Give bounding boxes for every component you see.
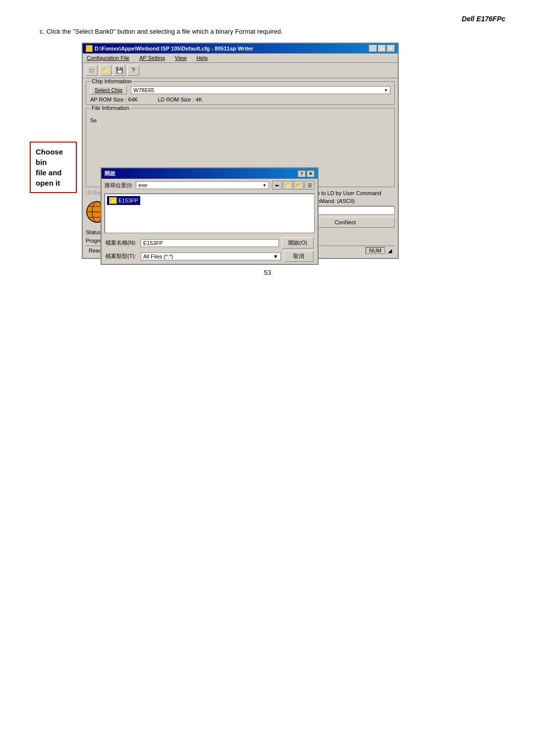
chip-info-group: Chip Information Select Chip W78E65 ▼ AP… <box>86 81 395 105</box>
select-chip-button[interactable]: Select Chip <box>90 86 127 95</box>
filename-label: 檔案名稱(N): <box>106 239 138 247</box>
file-item-label: E153FP <box>118 198 138 203</box>
filename-input[interactable] <box>141 239 279 247</box>
save-button[interactable]: 💾 <box>113 65 125 76</box>
location-dropdown-arrow: ▼ <box>263 183 267 188</box>
annotation-box: Choose bin file and open it <box>30 142 77 193</box>
file-info-label: File Information <box>90 105 131 111</box>
cancel-button[interactable]: 取消 <box>284 251 314 262</box>
window-body: Chip Information Select Chip W78E65 ▼ AP… <box>83 78 398 258</box>
window-controls: _ ▭ ✕ <box>369 45 395 52</box>
nav-folder-button[interactable]: 📁 <box>283 181 293 190</box>
chip-dropdown-arrow: ▼ <box>384 88 388 93</box>
annotation-line2: file and <box>36 168 62 177</box>
statusbar-right: NUM ◢ <box>366 247 392 254</box>
dialog-toolbar: 搜尋位置(I): exe ▼ ⬅ 📁 📂 ☰ <box>102 179 318 192</box>
chip-rom-info: AP ROM Size : 64K LD ROM Size : 4K <box>90 97 390 102</box>
open-button[interactable]: 📁 <box>100 65 111 76</box>
chip-info-label: Chip Information <box>90 78 133 84</box>
annotation-line1: Choose bin <box>36 148 63 166</box>
window-title: D:\Foniex\Appe\Winbond ISP 105\Default.c… <box>95 46 253 51</box>
window-titlebar: D:\Foniex\Appe\Winbond ISP 105\Default.c… <box>83 44 398 53</box>
menu-view[interactable]: View <box>173 54 189 61</box>
ld-rom-size: LD ROM Size : 4K <box>158 97 202 102</box>
filetype-row: 檔案類型(T): All Files (*.*) ▼ 取消 <box>106 251 314 262</box>
dialog-title: 開啟 <box>105 170 115 177</box>
file-dialog: 開啟 ? ✕ 搜尋位置(I): exe ▼ <box>101 167 319 265</box>
location-bar[interactable]: exe ▼ <box>136 181 269 189</box>
main-window: D:\Foniex\Appe\Winbond ISP 105\Default.c… <box>82 43 399 259</box>
instruction-text: c. Click the "Select Bank0" button and s… <box>40 28 535 35</box>
app-icon <box>86 45 93 52</box>
open-file-button[interactable]: 開啟(O) <box>282 237 314 249</box>
toolbar: □ 📁 💾 ? <box>83 63 398 78</box>
nav-new-folder-button[interactable]: 📂 <box>294 181 304 190</box>
chip-dropdown[interactable]: W78E65 ▼ <box>131 86 390 94</box>
menu-configuration[interactable]: Configuration File <box>85 54 131 61</box>
dialog-bottom: 檔案名稱(N): 開啟(O) 檔案類型(T): All Files (*.*) … <box>102 235 318 264</box>
help-button[interactable]: ? <box>127 65 139 76</box>
annotation-line3: open it <box>36 179 60 187</box>
titlebar-left: D:\Foniex\Appe\Winbond ISP 105\Default.c… <box>86 45 253 52</box>
statusbar-resize-icon: ◢ <box>388 248 392 254</box>
minimize-button[interactable]: _ <box>369 45 377 52</box>
file-folder-icon: 📁 <box>109 197 117 204</box>
se-label: Se <box>90 116 390 124</box>
filetype-value: All Files (*.*) <box>143 253 173 259</box>
page-number: 53 <box>0 269 535 276</box>
brand-title: Dell E176FPc <box>0 10 535 23</box>
menubar: Configuration File AP Setting View Help <box>83 53 398 63</box>
ap-rom-size: AP ROM Size : 64K <box>90 97 138 102</box>
new-button[interactable]: □ <box>86 65 98 76</box>
dialog-nav-buttons: ⬅ 📁 📂 ☰ <box>272 181 315 190</box>
chip-value: W78E65 <box>133 87 154 93</box>
file-list-area: 📁 E153FP <box>105 194 315 233</box>
chip-info-row: Select Chip W78E65 ▼ <box>90 86 390 95</box>
location-value: exe <box>138 182 147 188</box>
close-button[interactable]: ✕ <box>387 45 395 52</box>
filetype-label: 檔案類型(T): <box>106 252 138 260</box>
dialog-titlebar: 開啟 ? ✕ <box>102 168 318 179</box>
dialog-question-button[interactable]: ? <box>298 170 306 177</box>
search-location-label: 搜尋位置(I): <box>105 182 133 189</box>
file-section: File Information Se 開啟 ? ✕ <box>86 108 395 187</box>
file-item-e153fp[interactable]: 📁 E153FP <box>107 196 140 205</box>
menu-ap-setting[interactable]: AP Setting <box>137 54 167 61</box>
filename-row: 檔案名稱(N): 開啟(O) <box>106 237 314 249</box>
menu-help[interactable]: Help <box>195 54 210 61</box>
nav-back-button[interactable]: ⬅ <box>272 181 282 190</box>
restore-button[interactable]: ▭ <box>378 45 386 52</box>
num-badge: NUM <box>366 247 385 254</box>
filetype-dropdown-arrow: ▼ <box>273 253 278 259</box>
nav-view-button[interactable]: ☰ <box>305 181 315 190</box>
dialog-close-button[interactable]: ✕ <box>307 170 315 177</box>
filetype-dropdown[interactable]: All Files (*.*) ▼ <box>141 252 281 260</box>
dialog-controls: ? ✕ <box>298 170 315 177</box>
